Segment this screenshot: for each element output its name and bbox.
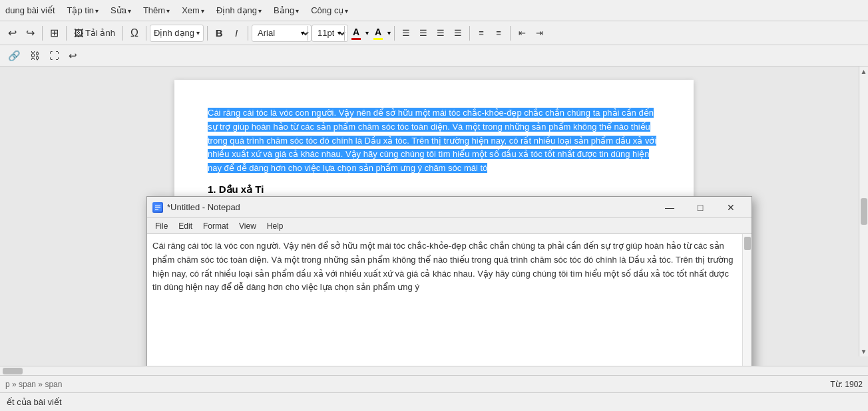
hscrollbar[interactable] [0,366,868,375]
notepad-window: *Untitled - Notepad — □ ✕ File Edit Form… [146,196,752,366]
minimize-button[interactable]: — [654,197,685,218]
undo-button[interactable]: ↩ [4,25,21,42]
bg-color-arrow: ▾ [387,29,391,37]
format-label: Định dạng [154,28,194,38]
align-center-button[interactable]: ☰ [415,25,431,42]
notepad-menu-file[interactable]: File [151,221,172,231]
notepad-app-icon [152,202,163,213]
editor-scroll-thumb [861,198,867,225]
footer-label: ết của bài viết [0,393,868,411]
hscroll-thumb [3,368,23,374]
editor-window: dung bài viết Tập tin▾ Sửa▾ Thêm▾ Xem▾ Đ… [0,0,868,411]
menu-tap-tin[interactable]: Tập tin▾ [62,3,105,17]
svg-rect-3 [155,209,158,209]
image-label: Tải ảnh [85,28,115,38]
sep6 [248,26,248,41]
format-arrow: ▾ [196,29,200,37]
image-button[interactable]: 🖼 Tải ảnh [70,25,119,42]
sep3 [122,26,123,41]
sep9 [394,26,395,41]
notepad-title: *Untitled - Notepad [167,202,240,212]
text-color-icon: A [353,27,359,37]
menu-them[interactable]: Thêm▾ [138,3,175,17]
notepad-controls: — □ ✕ [654,197,746,218]
indent-more-button[interactable]: ⇥ [531,25,547,42]
unlink-button[interactable]: ⛓ [26,47,44,65]
bg-color-icon: A [375,27,381,37]
notepad-menu-edit[interactable]: Edit [174,221,196,231]
notepad-titlebar: *Untitled - Notepad — □ ✕ [147,197,752,218]
word-count: Từ: 1902 [830,380,863,389]
notepad-scrollbar[interactable] [742,234,752,366]
toolbar-row2: 🔗 ⛓ ⛶ ↩ [0,45,868,67]
close-button[interactable]: ✕ [716,197,746,218]
editor-paragraph: Cái răng cái tóc là vóc con người. Vậy n… [208,106,660,176]
menu-bang[interactable]: Bảng▾ [268,3,304,17]
menu-sua[interactable]: Sửa▾ [105,3,136,17]
bg-color-indicator [373,38,383,40]
link-button[interactable]: 🔗 [4,47,25,65]
undo2-button[interactable]: ↩ [65,47,81,65]
image-icon: 🖼 [74,28,83,39]
svg-rect-1 [155,206,160,206]
notepad-menu-view[interactable]: View [235,221,260,231]
size-selector[interactable]: 11pt 12pt 14pt [312,25,348,42]
editor-area[interactable]: Cái răng cái tóc là vóc con người. Vậy n… [0,67,868,366]
text-color-button[interactable]: A [348,25,364,42]
text-color-indicator [351,38,361,40]
align-left-button[interactable]: ☰ [398,25,414,42]
editor-heading: 1. Dầu xả Ti [208,182,660,198]
notepad-title-left: *Untitled - Notepad [152,202,240,213]
redo-button[interactable]: ↪ [22,25,39,42]
list-bullet-icon: ≡ [479,28,484,38]
align-right-icon: ☰ [437,28,445,38]
format-dropdown[interactable]: Định dạng ▾ [150,25,204,42]
menu-xem[interactable]: Xem▾ [176,3,210,17]
menu-dinh-dang[interactable]: Định dạng▾ [211,3,267,17]
notepad-scroll-thumb [744,237,751,250]
svg-rect-2 [155,207,160,207]
italic-button[interactable]: I [228,25,244,42]
sep4 [146,26,146,41]
editor-vscrollbar[interactable]: ▲ ▼ [859,67,868,356]
list-bullet-button[interactable]: ≡ [473,25,489,42]
align-justify-button[interactable]: ☰ [450,25,466,42]
font-selector[interactable]: Arial Times New Roman Courier New [252,25,312,42]
align-left-icon: ☰ [402,28,410,38]
sep1 [42,26,43,41]
sep5 [207,26,208,41]
footer-area: ết của bài viết [0,392,868,411]
text-color-arrow: ▾ [365,29,369,37]
notepad-menu: File Edit Format View Help [147,218,752,234]
toolbar-row1: ↩ ↪ ⊞ 🖼 Tải ảnh Ω Định dạng ▾ B I Arial … [0,21,868,45]
menu-cong-cu[interactable]: Công cụ▾ [306,3,353,17]
indent-more-icon: ⇥ [536,28,543,38]
bold-button[interactable]: B [211,25,227,42]
menu-bar: dung bài viết Tập tin▾ Sửa▾ Thêm▾ Xem▾ Đ… [0,0,868,21]
selected-text: Cái răng cái tóc là vóc con người. Vậy n… [208,108,656,173]
sep8 [344,26,345,41]
notepad-menu-format[interactable]: Format [199,221,232,231]
breadcrumb: p » span » span [5,380,62,389]
table-button[interactable]: ⊞ [46,25,63,42]
sep7 [308,26,308,41]
breadcrumb-text: p » span » span [5,380,62,389]
sep11 [510,26,511,41]
omega-button[interactable]: Ω [126,25,142,42]
indent-less-button[interactable]: ⇤ [514,25,530,42]
sep10 [469,26,470,41]
status-bar: p » span » span Từ: 1902 [0,375,868,392]
fullscreen-button[interactable]: ⛶ [45,47,63,65]
notepad-textarea[interactable] [147,234,742,366]
page-section-label: dung bài viết [5,5,55,15]
sep2 [66,26,67,41]
maximize-button[interactable]: □ [685,197,716,218]
bg-color-button[interactable]: A [370,25,386,42]
align-center-icon: ☰ [419,28,427,38]
indent-less-icon: ⇤ [519,28,526,38]
notepad-menu-help[interactable]: Help [263,221,288,231]
align-justify-icon: ☰ [454,28,462,38]
list-number-button[interactable]: ≡ [491,25,507,42]
list-number-icon: ≡ [496,28,501,38]
align-right-button[interactable]: ☰ [433,25,449,42]
